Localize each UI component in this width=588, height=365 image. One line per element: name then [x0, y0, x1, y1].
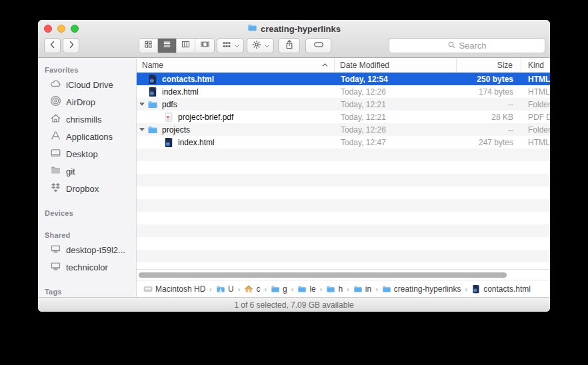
path-item-label: U: [228, 284, 234, 294]
file-name: contacts.html: [162, 75, 214, 84]
file-size: 250 bytes: [457, 75, 521, 84]
html-file-icon: [163, 137, 174, 148]
path-item-contacts-html[interactable]: contacts.html: [471, 284, 531, 294]
file-size: 247 bytes: [457, 138, 521, 147]
file-size: 174 bytes: [457, 87, 521, 97]
file-row-index-html[interactable]: index.htmlToday, 12:47247 bytesHTML: [137, 136, 550, 149]
home-folder-icon: [244, 284, 253, 294]
path-item-label: in: [365, 284, 371, 294]
path-separator: ›: [264, 285, 267, 293]
path-separator: ›: [209, 285, 212, 293]
file-date: Today, 12:21: [335, 113, 457, 122]
sidebar-section-favorites: Favorites: [38, 63, 136, 76]
file-name: pdfs: [162, 100, 177, 109]
file-date: Today, 12:54: [335, 75, 457, 84]
sidebar-item-git[interactable]: git: [38, 163, 136, 180]
file-row-index-html[interactable]: index.htmlToday, 12:26174 bytesHTML: [137, 85, 550, 98]
file-name: index.html: [162, 87, 199, 97]
edit-tags-button[interactable]: [305, 38, 331, 53]
column-header-date[interactable]: Date Modified: [335, 58, 457, 72]
applications-icon: [50, 130, 61, 143]
sidebar-item-label: iCloud Drive: [66, 80, 113, 90]
horizontal-scrollbar-thumb[interactable]: [139, 272, 507, 278]
path-item-h[interactable]: h: [326, 284, 343, 294]
file-row-pdfs[interactable]: pdfsToday, 12:21--Folder: [137, 98, 550, 111]
file-list: contacts.htmlToday, 12:54250 bytesHTMLin…: [137, 73, 550, 269]
path-separator: ›: [291, 285, 294, 293]
path-item-c[interactable]: c: [244, 284, 260, 294]
sidebar-item-label: AirDrop: [66, 97, 95, 107]
sidebar-item-label: Applications: [66, 132, 113, 142]
sidebar-item-label: desktop-t59l2...: [66, 245, 125, 255]
path-item-macintosh-hd[interactable]: Macintosh HD: [143, 284, 205, 294]
disclosure-triangle-expanded[interactable]: [137, 128, 147, 131]
drive-icon: [143, 284, 153, 294]
file-row-project-brief-pdf[interactable]: project-brief.pdfToday, 12:2128 KBPDF D: [137, 111, 550, 123]
search-placeholder: Search: [459, 41, 486, 51]
sidebar-item-airdrop[interactable]: AirDrop: [38, 93, 136, 111]
path-separator: ›: [320, 285, 323, 293]
column-view-button[interactable]: [177, 39, 195, 53]
file-row-contacts-html[interactable]: contacts.htmlToday, 12:54250 bytesHTML: [137, 73, 550, 85]
file-name: index.html: [178, 138, 215, 147]
folder-gray-icon: [50, 165, 61, 178]
folder-icon: [147, 99, 158, 110]
column-header-size[interactable]: Size: [457, 58, 521, 72]
column-header-name[interactable]: Name: [137, 58, 335, 72]
pdf-file-icon: [163, 112, 174, 123]
action-gear-menu-button[interactable]: [247, 38, 274, 53]
forward-button[interactable]: [63, 38, 79, 53]
back-button[interactable]: [44, 38, 61, 53]
path-item-u[interactable]: U: [216, 284, 234, 294]
sidebar-item-desktop[interactable]: Desktop: [38, 145, 136, 163]
zoom-window-button[interactable]: [71, 25, 79, 33]
home-icon: [50, 113, 61, 126]
sidebar-item-icloud-drive[interactable]: iCloud Drive: [38, 76, 136, 93]
sidebar-item-label: chrismills: [66, 115, 101, 125]
search-icon: [447, 41, 456, 51]
window-title: creating-hyperlinks: [247, 23, 341, 35]
path-separator: ›: [465, 285, 468, 293]
file-kind: Folder: [521, 125, 550, 135]
path-item-in[interactable]: in: [353, 284, 371, 294]
sidebar-item-chrismills[interactable]: chrismills: [38, 111, 136, 128]
horizontal-scrollbar-track[interactable]: [137, 269, 550, 280]
search-input[interactable]: Search: [389, 38, 545, 53]
path-item-creating-hyperlinks[interactable]: creating-hyperlinks: [382, 284, 461, 294]
arrange-menu-button[interactable]: [217, 38, 244, 53]
path-item-le[interactable]: le: [297, 284, 315, 294]
path-item-label: contacts.html: [483, 284, 531, 294]
view-mode-control: [139, 38, 215, 53]
file-kind: Folder: [521, 100, 550, 109]
html-file-icon: [471, 284, 481, 294]
file-size: --: [457, 125, 521, 135]
file-date: Today, 12:47: [335, 138, 457, 147]
folder-icon: [147, 125, 158, 135]
column-header-kind[interactable]: Kind: [521, 58, 550, 72]
column-header-label: Size: [497, 61, 513, 70]
share-button[interactable]: [278, 38, 300, 53]
close-window-button[interactable]: [44, 25, 52, 33]
sidebar: FavoritesiCloud DriveAirDropchrismillsAp…: [38, 58, 137, 297]
sidebar-item-desktop-t59l2-[interactable]: desktop-t59l2...: [38, 241, 136, 258]
icon-view-button[interactable]: [139, 39, 158, 53]
disclosure-triangle-expanded[interactable]: [137, 103, 147, 106]
file-name: projects: [162, 125, 190, 135]
path-item-g[interactable]: g: [271, 284, 287, 294]
sidebar-item-applications[interactable]: Applications: [38, 128, 136, 145]
column-header-label: Name: [142, 61, 163, 70]
column-header-label: Date Modified: [340, 61, 389, 70]
list-view-button[interactable]: [158, 39, 177, 53]
folder-icon: [247, 23, 257, 35]
file-row-projects[interactable]: projectsToday, 12:26--Folder: [137, 123, 550, 136]
status-bar: 1 of 6 selected, 7.09 GB available: [38, 297, 550, 312]
path-separator: ›: [375, 285, 378, 293]
path-bar: Macintosh HD›U›c›g›le›h›in›creating-hype…: [137, 280, 550, 297]
file-size: 28 KB: [457, 113, 521, 122]
path-item-label: creating-hyperlinks: [394, 284, 461, 294]
minimize-window-button[interactable]: [57, 25, 65, 33]
coverflow-view-button[interactable]: [195, 39, 214, 53]
sidebar-item-technicolor[interactable]: technicolor: [38, 258, 136, 276]
titlebar: creating-hyperlinks Search: [38, 20, 550, 58]
sidebar-item-dropbox[interactable]: Dropbox: [38, 180, 136, 197]
